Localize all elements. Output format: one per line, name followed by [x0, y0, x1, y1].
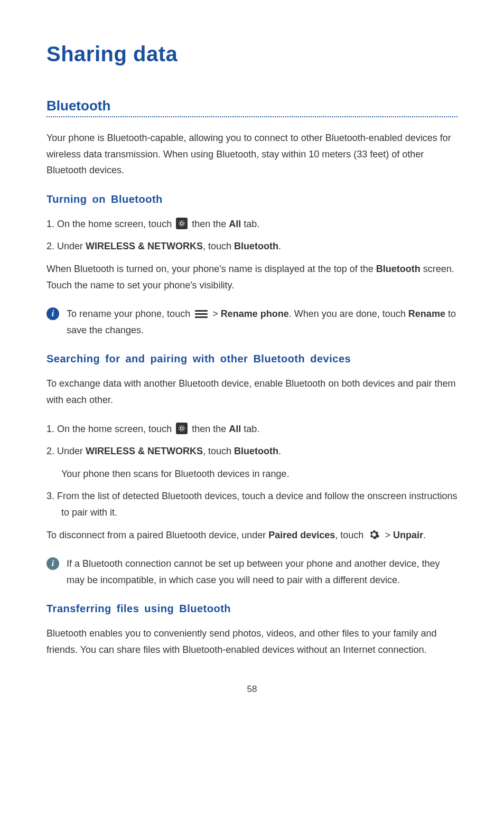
unpair-label: Unpair	[393, 530, 423, 540]
page-number: 58	[46, 684, 458, 695]
note-text: To rename your phone, touch > Rename pho…	[67, 306, 458, 338]
svg-point-2	[180, 427, 183, 429]
para-text: >	[382, 530, 393, 540]
transferring-intro: Bluetooth enables you to conveniently se…	[46, 625, 458, 658]
step-text: .	[278, 446, 281, 456]
step-text: 2. Under	[46, 446, 86, 456]
subsection-transferring: Transferring files using Bluetooth	[46, 603, 458, 615]
step-text: 2. Under	[46, 241, 86, 251]
all-tab-label: All	[229, 219, 241, 229]
note-text: If a Bluetooth connection cannot be set …	[67, 556, 458, 588]
page-title: Sharing data	[46, 42, 458, 66]
svg-point-0	[180, 222, 183, 224]
bluetooth-screen-label: Bluetooth	[376, 264, 421, 274]
bluetooth-label: Bluetooth	[234, 446, 278, 456]
section-bluetooth: Bluetooth	[46, 98, 458, 114]
gear-icon	[368, 529, 380, 540]
step-3: 3. From the list of detected Bluetooth d…	[46, 488, 458, 520]
subsection-turning-on: Turning on Bluetooth	[46, 193, 458, 205]
step-2b-body: Your phone then scans for Bluetooth devi…	[46, 466, 458, 482]
step-text: tab.	[241, 219, 259, 229]
step-text: 1. On the home screen, touch	[46, 424, 174, 434]
step-1: 1. On the home screen, touch then the Al…	[46, 216, 458, 232]
note-incompatible: i If a Bluetooth connection cannot be se…	[46, 556, 458, 588]
note-part: . When you are done, touch	[289, 308, 408, 319]
svg-point-3	[179, 425, 185, 431]
turning-on-result: When Bluetooth is turned on, your phone'…	[46, 261, 458, 293]
searching-intro: To exchange data with another Bluetooth …	[46, 376, 458, 408]
note-rename: i To rename your phone, touch > Rename p…	[46, 306, 458, 338]
info-icon: i	[46, 307, 59, 320]
step-1b: 1. On the home screen, touch then the Al…	[46, 421, 458, 437]
section-divider	[46, 116, 458, 117]
bluetooth-intro: Your phone is Bluetooth-capable, allowin…	[46, 130, 458, 179]
step-text: then the	[189, 219, 229, 229]
step-2b: 2. Under WIRELESS & NETWORKS, touch Blue…	[46, 443, 458, 460]
para-text: .	[423, 530, 426, 540]
disconnect-para: To disconnect from a paired Bluetooth de…	[46, 527, 458, 544]
rename-label: Rename	[408, 308, 445, 319]
all-tab-label: All	[229, 424, 241, 434]
menu-icon	[195, 308, 208, 318]
para-text: When Bluetooth is turned on, your phone'…	[46, 264, 376, 274]
bluetooth-label: Bluetooth	[234, 241, 278, 251]
step-text: then the	[189, 424, 229, 434]
para-text: , touch	[335, 530, 366, 540]
settings-icon	[176, 423, 188, 434]
info-icon: i	[46, 557, 59, 570]
step-text: tab.	[241, 424, 259, 434]
svg-point-1	[179, 221, 185, 227]
wireless-networks-label: WIRELESS & NETWORKS	[86, 241, 203, 251]
rename-phone-label: Rename phone	[221, 308, 289, 319]
paired-devices-label: Paired devices	[268, 530, 335, 540]
note-part: >	[210, 308, 221, 319]
subsection-searching-pairing: Searching for and pairing with other Blu…	[46, 353, 458, 365]
step-text: , touch	[203, 241, 234, 251]
settings-icon	[176, 218, 188, 229]
note-part: To rename your phone, touch	[67, 308, 193, 319]
para-text: To disconnect from a paired Bluetooth de…	[46, 530, 268, 540]
step-text: , touch	[203, 446, 234, 456]
step-text: 1. On the home screen, touch	[46, 219, 174, 229]
step-text: .	[278, 241, 281, 251]
wireless-networks-label: WIRELESS & NETWORKS	[86, 446, 203, 456]
step-2: 2. Under WIRELESS & NETWORKS, touch Blue…	[46, 238, 458, 255]
